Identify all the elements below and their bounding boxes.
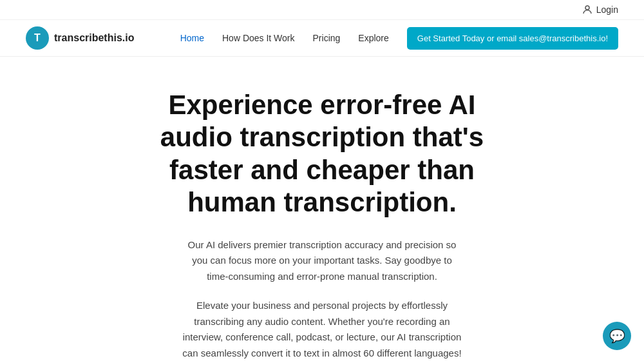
hero-title: Experience error-free AI audio transcrip… — [129, 89, 515, 219]
logo-icon: T — [26, 26, 49, 50]
chat-icon: 💬 — [609, 328, 625, 344]
nav-pricing[interactable]: Pricing — [313, 33, 341, 43]
nav-how-it-works[interactable]: How Does It Work — [222, 33, 295, 43]
top-bar: Login — [0, 0, 644, 20]
login-label: Login — [596, 5, 618, 15]
navbar: T transcribethis.io Home How Does It Wor… — [0, 20, 644, 57]
logo-text: transcribethis.io — [54, 32, 134, 44]
nav-explore[interactable]: Explore — [358, 33, 388, 43]
nav-home[interactable]: Home — [180, 33, 204, 43]
hero-description-2: Elevate your business and personal proje… — [180, 298, 464, 362]
nav-links: Home How Does It Work Pricing Explore Ge… — [180, 27, 618, 50]
hero-section: Experience error-free AI audio transcrip… — [0, 57, 644, 363]
hero-description-1: Our AI delivers premier transcription ac… — [180, 237, 464, 285]
chat-bubble[interactable]: 💬 — [603, 322, 631, 350]
logo-area[interactable]: T transcribethis.io — [26, 26, 134, 50]
cta-button[interactable]: Get Started Today or email sales@transcr… — [407, 27, 618, 50]
svg-point-0 — [585, 6, 589, 10]
login-button[interactable]: Login — [582, 4, 618, 15]
user-icon — [582, 4, 593, 15]
